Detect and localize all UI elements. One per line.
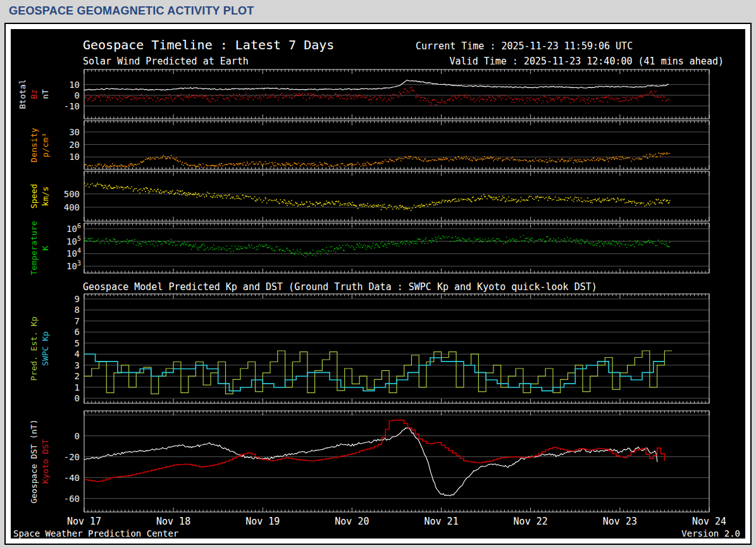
svg-text:Btotal: Btotal [18, 80, 27, 109]
svg-text:-40: -40 [64, 473, 80, 483]
page-title: GEOSPACE GEOMAGNETIC ACTIVITY PLOT [9, 4, 254, 18]
svg-text:Bz: Bz [29, 89, 39, 99]
model-subtitle: Geospace Model Predicted Kp and DST (Gro… [83, 281, 597, 293]
svg-text:SWPC Kp: SWPC Kp [40, 331, 50, 366]
svg-text:5: 5 [75, 338, 80, 348]
svg-text:-10: -10 [64, 101, 80, 111]
svg-text:km/s: km/s [40, 186, 50, 206]
svg-text:0: 0 [75, 90, 80, 100]
svg-text:2: 2 [75, 371, 80, 381]
svg-text:1: 1 [75, 382, 80, 393]
footer-version-label: Version 2.0 [681, 528, 740, 539]
footer-source-label: Space Weather Prediction Center [13, 528, 178, 539]
svg-text:6: 6 [75, 327, 80, 337]
svg-text:Kyoto DST: Kyoto DST [40, 439, 50, 484]
svg-text:K: K [40, 245, 50, 250]
svg-text:Nov 24: Nov 24 [692, 516, 726, 527]
svg-text:Density: Density [29, 128, 39, 162]
svg-text:103: 103 [66, 260, 81, 271]
solar-wind-subtitle: Solar Wind Predicted at Earth [83, 56, 249, 67]
svg-text:10: 10 [69, 80, 80, 90]
plot-canvas: 100-10BtotalBznT302010Densityp/cm³500400… [11, 29, 745, 539]
svg-text:0: 0 [75, 431, 80, 441]
svg-text:Nov 22: Nov 22 [514, 516, 548, 527]
svg-text:Nov 20: Nov 20 [335, 516, 369, 527]
current-time-label: Current Time : 2025-11-23 11:59:06 UTC [416, 40, 633, 52]
svg-text:500: 500 [64, 189, 80, 199]
svg-text:7: 7 [75, 316, 80, 326]
valid-time-label: Valid Time : 2025-11-23 12:40:00 (41 min… [450, 56, 724, 67]
svg-text:Temperature: Temperature [29, 221, 39, 275]
svg-text:Speed: Speed [29, 184, 39, 209]
svg-text:30: 30 [69, 127, 80, 137]
svg-text:Nov 19: Nov 19 [245, 516, 280, 527]
svg-text:8: 8 [75, 305, 80, 315]
svg-text:4: 4 [75, 349, 80, 359]
svg-text:3: 3 [75, 360, 80, 370]
svg-text:Nov 21: Nov 21 [424, 516, 459, 527]
svg-text:400: 400 [64, 202, 80, 212]
svg-text:Pred. Est. Kp: Pred. Est. Kp [29, 316, 39, 381]
svg-text:9: 9 [75, 294, 80, 304]
svg-text:10: 10 [69, 152, 80, 162]
svg-text:104: 104 [66, 247, 81, 259]
svg-text:p/cm³: p/cm³ [40, 133, 50, 157]
svg-text:106: 106 [66, 222, 81, 234]
svg-text:-20: -20 [64, 452, 80, 462]
plot-title: Geospace Timeline : Latest 7 Days [83, 37, 334, 52]
svg-text:-60: -60 [64, 494, 80, 504]
svg-text:Nov 23: Nov 23 [603, 516, 637, 527]
svg-text:0: 0 [75, 393, 80, 403]
svg-text:105: 105 [66, 235, 81, 247]
svg-text:Nov 18: Nov 18 [156, 516, 190, 527]
plot-frame: 100-10BtotalBznT302010Densityp/cm³500400… [4, 23, 752, 545]
svg-text:20: 20 [69, 140, 80, 150]
svg-text:Geospace DST (nT): Geospace DST (nT) [29, 419, 39, 503]
svg-text:nT: nT [40, 89, 50, 99]
svg-text:Nov 17: Nov 17 [67, 516, 101, 527]
